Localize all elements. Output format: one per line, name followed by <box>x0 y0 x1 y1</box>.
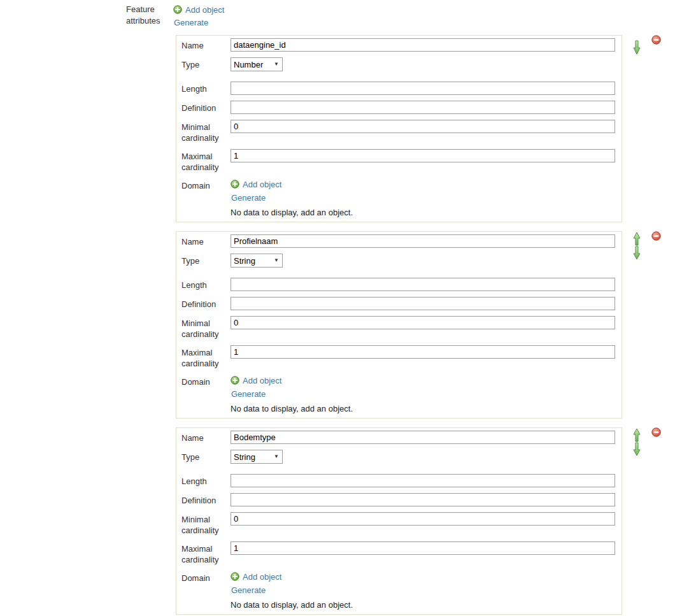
length-input[interactable] <box>231 278 615 291</box>
domain-add-object-link[interactable]: Add object <box>231 178 353 190</box>
type-select[interactable]: Number <box>231 57 283 71</box>
name-label: Name <box>181 431 231 444</box>
generate-link[interactable]: Generate <box>174 18 208 27</box>
domain-empty-text: No data to display, add an object. <box>231 599 353 610</box>
max-cardinality-input[interactable] <box>231 345 615 359</box>
arrow-down-icon <box>633 246 641 260</box>
add-icon <box>173 5 182 14</box>
length-label: Length <box>181 82 231 95</box>
min-cardinality-input[interactable] <box>231 316 615 329</box>
page: Feature attributes Add object Generate <box>0 0 675 616</box>
definition-label: Definition <box>181 297 231 310</box>
name-label: Name <box>181 234 231 248</box>
domain-generate-link[interactable]: Generate <box>231 389 266 399</box>
type-select[interactable]: String <box>231 450 283 464</box>
name-input[interactable] <box>231 38 615 52</box>
remove-attribute-button[interactable] <box>651 35 661 45</box>
name-input[interactable] <box>231 431 615 444</box>
domain-empty-text: No data to display, add an object. <box>231 207 353 218</box>
definition-label: Definition <box>181 101 231 114</box>
domain-generate-link[interactable]: Generate <box>231 193 266 203</box>
type-select[interactable]: String <box>231 254 283 268</box>
attribute-card: Name Type String ▼ <box>176 231 622 419</box>
domain-add-object-label: Add object <box>243 572 281 582</box>
domain-generate-link[interactable]: Generate <box>231 585 266 595</box>
remove-icon <box>651 427 661 437</box>
min-cardinality-input[interactable] <box>231 512 615 526</box>
definition-input[interactable] <box>231 493 615 506</box>
domain-add-object-label: Add object <box>243 376 281 385</box>
arrow-up-icon <box>633 428 641 442</box>
type-label: Type <box>181 57 231 71</box>
move-down-button[interactable] <box>633 246 641 260</box>
length-input[interactable] <box>231 474 615 487</box>
move-down-button[interactable] <box>633 442 641 456</box>
domain-label: Domain <box>181 178 231 218</box>
min-cardinality-label: Minimal cardinality <box>181 120 231 143</box>
add-icon <box>231 572 239 581</box>
attribute-card: Name Type Number ▼ <box>176 35 622 222</box>
definition-input[interactable] <box>231 101 615 114</box>
max-cardinality-input[interactable] <box>231 541 615 555</box>
type-label: Type <box>181 450 231 464</box>
max-cardinality-label: Maximal cardinality <box>181 345 231 369</box>
domain-label: Domain <box>181 375 231 414</box>
move-up-button[interactable] <box>633 232 641 246</box>
arrow-down-icon <box>633 442 641 456</box>
domain-label: Domain <box>181 571 231 610</box>
domain-add-object-label: Add object <box>243 180 281 189</box>
attribute-card: Name Type String ▼ <box>176 427 622 615</box>
domain-add-object-link[interactable]: Add object <box>231 375 353 386</box>
min-cardinality-label: Minimal cardinality <box>181 316 231 340</box>
add-icon <box>231 376 239 385</box>
move-down-button[interactable] <box>633 40 641 55</box>
attribute-block: Name Type String ▼ <box>172 231 622 419</box>
max-cardinality-label: Maximal cardinality <box>181 149 231 173</box>
max-cardinality-input[interactable] <box>231 149 615 162</box>
add-object-label: Add object <box>185 5 224 15</box>
name-input[interactable] <box>231 234 615 248</box>
remove-attribute-button[interactable] <box>651 427 661 437</box>
move-up-button[interactable] <box>633 428 641 442</box>
arrow-up-icon <box>633 232 641 246</box>
max-cardinality-label: Maximal cardinality <box>181 541 231 565</box>
min-cardinality-input[interactable] <box>231 120 615 133</box>
attribute-block: Name Type String ▼ <box>172 427 622 615</box>
type-label: Type <box>181 254 231 268</box>
domain-empty-text: No data to display, add an object. <box>231 403 353 414</box>
add-object-link[interactable]: Add object <box>173 4 622 15</box>
length-label: Length <box>181 474 231 487</box>
remove-attribute-button[interactable] <box>651 231 661 241</box>
add-icon <box>231 180 239 189</box>
remove-icon <box>651 35 661 45</box>
name-label: Name <box>181 38 231 52</box>
section-label-feature-attributes: Feature attributes <box>126 4 167 27</box>
length-input[interactable] <box>231 82 615 95</box>
min-cardinality-label: Minimal cardinality <box>181 512 231 536</box>
length-label: Length <box>181 278 231 291</box>
arrow-down-icon <box>633 40 641 55</box>
definition-label: Definition <box>181 493 231 506</box>
feature-attributes-actions: Add object Generate <box>172 4 622 35</box>
remove-icon <box>651 231 661 241</box>
attribute-block: Name Type Number ▼ <box>172 35 622 222</box>
domain-add-object-link[interactable]: Add object <box>231 571 353 582</box>
definition-input[interactable] <box>231 297 615 310</box>
